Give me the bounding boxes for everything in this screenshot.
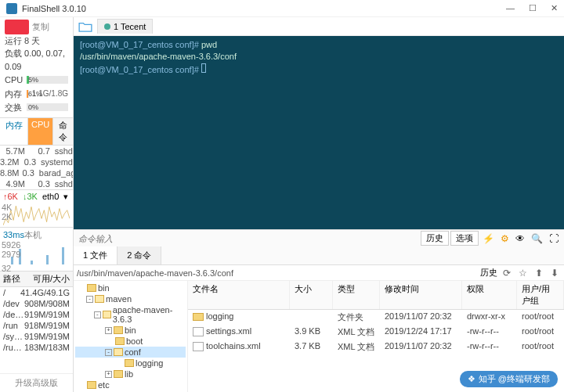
file-row[interactable]: toolchains.xml3.7 KBXML 文档2019/11/07 20:… [188, 340, 564, 354]
file-list-header: 文件名大小类型修改时间权限用户/用户组 [188, 281, 564, 310]
terminal-tab[interactable]: 1 Tecent [97, 19, 153, 34]
terminal[interactable]: [root@VM_0_17_centos conf]# pwd /usr/bin… [74, 36, 564, 229]
tree-item[interactable]: bin [75, 282, 186, 293]
bolt-icon[interactable]: ⚡ [480, 233, 497, 244]
file-row[interactable]: logging文件夹2019/11/07 20:32drwxr-xr-xroot… [188, 310, 564, 325]
upload-icon[interactable]: ⬆ [533, 268, 545, 279]
path-row[interactable]: /run/user/0183M/183M [0, 342, 73, 353]
current-path: /usr/bin/maven/apache-maven-3.6.3/conf [77, 268, 477, 278]
tab-commands[interactable]: 2 命令 [118, 246, 161, 264]
eye-icon[interactable]: 👁 [513, 233, 527, 244]
tree-item[interactable]: -conf [75, 347, 186, 358]
path-row[interactable]: /dev/shm919M/919M [0, 309, 73, 320]
paths-list: /41.4G/49.1G/dev908M/908M/dev/shm919M/91… [0, 287, 73, 353]
status-dot-icon [104, 23, 110, 30]
folder-icon[interactable] [78, 21, 92, 32]
process-row[interactable]: 3.2M0.3systemd [0, 156, 73, 167]
process-list: 5.7M0.7sshd3.2M0.3systemd8.8M0.3barad_ag… [0, 146, 73, 189]
tree-item[interactable]: -maven [75, 293, 186, 304]
sidebar: 复制 运行 8 天 负载 0.00, 0.07, 0.09 CPU5% 内存61… [0, 17, 74, 392]
options-button[interactable]: 选项 [450, 231, 479, 246]
tree-item[interactable]: logging [75, 358, 186, 369]
download-icon[interactable]: ⬇ [548, 268, 561, 279]
file-path-row: /usr/bin/maven/apache-maven-3.6.3/conf 历… [74, 265, 564, 281]
search-icon[interactable]: 🔍 [529, 233, 545, 244]
expand-icon[interactable]: ⛶ [547, 233, 561, 244]
paths-header: 路径可用/大小 [0, 271, 73, 287]
path-row[interactable]: /sys/fs/cgroup919M/919M [0, 331, 73, 342]
command-input[interactable] [74, 232, 421, 245]
path-row[interactable]: /41.4G/49.1G [0, 287, 73, 298]
process-header: 内存CPU命令 [0, 117, 73, 146]
history-label[interactable]: 历史 [480, 267, 497, 279]
process-row[interactable]: 4.9M0.3sshd [0, 178, 73, 189]
refresh-icon[interactable]: ⟳ [501, 268, 513, 279]
tree-item[interactable]: boot [75, 336, 186, 347]
terminal-tab-bar: 1 Tecent [74, 17, 564, 36]
folder-tree[interactable]: bin-maven-apache-maven-3.6.3+binboot-con… [74, 281, 188, 392]
gear-icon[interactable]: ⚙ [498, 233, 512, 244]
tree-item[interactable]: +lib [75, 369, 186, 379]
command-input-row: 历史 选项 ⚡ ⚙ 👁 🔍 ⛶ [74, 229, 564, 246]
network-chart: ↑6K↓3Keth0▾ 4K2K [0, 189, 73, 227]
maximize-button[interactable]: ☐ [529, 3, 537, 13]
process-row[interactable]: 5.7M0.7sshd [0, 146, 73, 156]
stats-panel: 复制 运行 8 天 负载 0.00, 0.07, 0.09 CPU5% 内存61… [0, 17, 73, 117]
window-title: FinalShell 3.0.10 [22, 4, 506, 13]
tree-item[interactable]: etc [75, 379, 186, 390]
file-row[interactable]: settings.xml3.9 KBXML 文档2019/12/24 17:17… [188, 325, 564, 340]
title-bar: FinalShell 3.0.10 — ☐ ✕ [0, 0, 564, 17]
load-text: 负载 0.00, 0.07, 0.09 [5, 47, 68, 73]
minimize-button[interactable]: — [506, 3, 515, 13]
svg-rect-3 [46, 255, 49, 264]
file-tabs: 1 文件 2 命令 [74, 246, 564, 265]
tree-item[interactable]: -apache-maven-3.6.3 [75, 304, 186, 325]
tree-item[interactable]: +bin [75, 325, 186, 336]
ip-badge [5, 20, 29, 34]
path-row[interactable]: /run918M/919M [0, 320, 73, 331]
upgrade-link[interactable]: 升级高级版 [0, 373, 73, 392]
disk-chart: 33ms本机 5926297932 [0, 227, 73, 271]
history-button[interactable]: 历史 [421, 231, 449, 246]
close-button[interactable]: ✕ [551, 3, 558, 13]
svg-rect-4 [62, 247, 64, 264]
app-icon [6, 3, 17, 14]
uptime-text: 运行 8 天 [5, 34, 68, 48]
tab-files[interactable]: 1 文件 [74, 246, 118, 264]
copy-button[interactable]: 复制 [32, 22, 49, 31]
process-row[interactable]: 8.8M0.3barad_agent [0, 167, 73, 178]
watermark: ❖知乎 @终端研发部 [460, 371, 558, 387]
svg-rect-2 [31, 261, 33, 264]
star-icon[interactable]: ☆ [516, 268, 530, 279]
path-row[interactable]: /dev908M/908M [0, 298, 73, 309]
